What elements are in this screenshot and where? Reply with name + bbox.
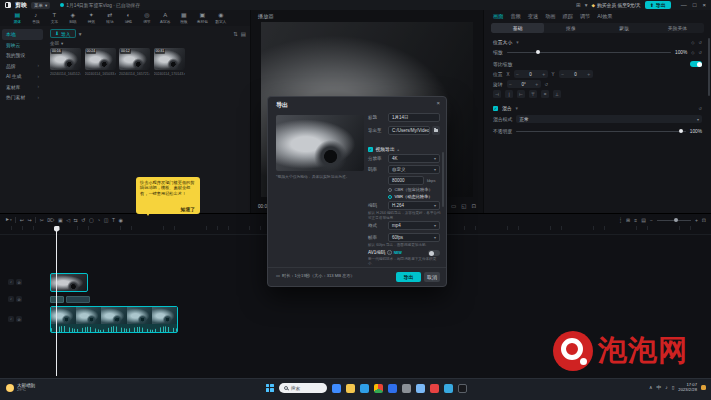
delete-tool[interactable]: ⌦ (47, 218, 54, 223)
task-view-icon[interactable] (332, 384, 341, 393)
browse-folder-button[interactable] (432, 126, 440, 135)
mute-track-icon[interactable]: ♪ (8, 279, 14, 285)
align-icon-0[interactable]: ⊣ (493, 90, 501, 98)
vip-banner[interactable]: ◆购买会员 低至9元/天 (591, 2, 640, 8)
video-export-checkbox[interactable]: ✓ (368, 147, 373, 152)
export-cancel-button[interactable]: 取消 (424, 272, 440, 282)
tray-chevron-icon[interactable]: ∧ (649, 385, 653, 390)
media-nav-item-2[interactable]: 我的预设 (2, 50, 43, 61)
position-y-stepper[interactable]: −0+ (559, 70, 593, 78)
inspector-subtab-3[interactable]: 美颜美体 (651, 23, 704, 33)
start-button[interactable] (266, 384, 274, 392)
ribbon-tab-2[interactable]: T文本 (45, 12, 64, 24)
scale-slider[interactable] (507, 52, 671, 53)
inspector-tab-1[interactable]: 音频 (510, 13, 520, 20)
ribbon-tab-10[interactable]: ▣素材包 (193, 12, 212, 24)
preview-axis-toggle[interactable]: ┊ (619, 218, 622, 223)
text-clip[interactable] (50, 296, 64, 303)
inspector-tab-2[interactable]: 变速 (528, 13, 538, 20)
import-button[interactable]: ⬇导入 (50, 29, 76, 38)
resolution-select[interactable]: 4K▾ (388, 154, 440, 163)
fit-timeline-button[interactable]: ⊡ (702, 218, 706, 223)
inspector-tab-4[interactable]: 跟踪 (563, 13, 573, 20)
mute-track-icon[interactable]: ♪ (8, 316, 14, 322)
mute-track-icon[interactable]: ♪ (8, 296, 14, 302)
reset-icon[interactable]: ↺ (698, 106, 702, 111)
fps-select[interactable]: 60fps▾ (388, 233, 440, 242)
volume-icon[interactable]: ♪ (665, 385, 667, 390)
align-icon-5[interactable]: ⊥ (553, 90, 561, 98)
snap-toggle[interactable]: ⊞ (626, 218, 630, 223)
media-nav-item-6[interactable]: 热门素材› (2, 92, 43, 103)
reverse-tool[interactable]: ◁ (66, 218, 70, 223)
export-path-input[interactable]: C:/Users/My/Videos/... (388, 126, 430, 135)
quality-icon[interactable]: ▭ (451, 203, 456, 209)
dialog-scrollbar[interactable] (442, 152, 444, 207)
fullscreen-icon[interactable]: ⊡ (471, 203, 476, 209)
mirror-tool[interactable]: ⇆ (74, 218, 78, 223)
taskbar-clock[interactable]: 17:07 2023/2/28 (678, 382, 697, 393)
edge-browser-icon[interactable] (360, 384, 369, 393)
weather-widget[interactable]: 大部晴朗29°C (6, 383, 35, 393)
chrome-browser-icon[interactable] (374, 384, 383, 393)
vbr-radio[interactable]: VBR（动态比特率） (388, 194, 432, 199)
dialog-close-icon[interactable]: × (436, 100, 440, 106)
maximize-button[interactable]: □ (693, 2, 697, 8)
position-x-stepper[interactable]: −0+ (514, 70, 548, 78)
zoom-in-button[interactable]: + (695, 218, 698, 223)
capcut-icon[interactable] (458, 384, 467, 393)
inspector-tab-6[interactable]: AI效果 (597, 13, 612, 20)
ratio-icon[interactable]: ◱ (461, 203, 466, 209)
notification-badge[interactable] (701, 385, 706, 390)
blend-checkbox[interactable]: ✓ (493, 106, 498, 111)
sort-icon[interactable]: ⇅ (233, 31, 238, 37)
timeline-zoom-slider[interactable] (657, 220, 691, 221)
photos-icon[interactable] (416, 384, 425, 393)
dropdown-caret-icon[interactable]: ▾ (585, 2, 588, 8)
av1-toggle[interactable] (428, 250, 440, 256)
redo-button[interactable]: ↪ (27, 218, 31, 223)
close-button[interactable]: × (702, 2, 706, 8)
layout-icon[interactable]: ⊞ (576, 2, 581, 8)
speed-tool[interactable]: ◔ (97, 218, 100, 223)
crop-tool[interactable]: ▢ (89, 218, 94, 223)
codec-select[interactable]: H.264▾ (388, 201, 440, 210)
opacity-slider[interactable] (516, 131, 686, 132)
ribbon-tab-7[interactable]: ◎调节 (138, 12, 157, 24)
lock-track-icon[interactable]: ⊘ (16, 279, 22, 285)
file-explorer-icon[interactable] (346, 384, 355, 393)
lock-track-icon[interactable]: ⊘ (16, 296, 22, 302)
align-icon-2[interactable]: ⊢ (517, 90, 525, 98)
import-caret-icon[interactable]: ▾ (79, 31, 82, 37)
rotate-stepper[interactable]: −0°+ (507, 80, 541, 88)
export-top-button[interactable]: ⬆导出 (645, 1, 671, 9)
align-icon-3[interactable]: ⊤ (529, 90, 537, 98)
lock-track-icon[interactable]: ⊘ (16, 316, 22, 322)
ribbon-tab-4[interactable]: ✦特效 (82, 12, 101, 24)
split-tool[interactable]: ✂ (40, 218, 44, 223)
export-name-input[interactable]: 1月14日 (388, 113, 440, 122)
xiaohongshu-icon[interactable] (430, 384, 439, 393)
grid-view-icon[interactable]: ▤ (241, 31, 246, 37)
cbr-radio[interactable]: CBR（恒定比特率） (388, 187, 433, 192)
ribbon-tab-1[interactable]: ♪音频 (27, 12, 46, 24)
bitrate-value-input[interactable]: 80000 (388, 176, 424, 185)
text-clip[interactable] (66, 296, 90, 303)
inspector-subtab-2[interactable]: 蒙版 (598, 23, 651, 33)
align-icon-1[interactable]: ∣ (505, 90, 513, 98)
media-nav-item-3[interactable]: 品牌› (2, 61, 43, 72)
rotate-reset-icon[interactable]: ↺ (545, 82, 549, 87)
media-item-2[interactable]: 00:1220240114_165721.mp4 (119, 48, 150, 76)
media-item-1[interactable]: 00:2420240114_165033.mp4 (85, 48, 116, 76)
track-height-toggle[interactable]: ▤ (641, 218, 646, 223)
rotate-tool[interactable]: ↺ (81, 218, 85, 223)
text-tool[interactable]: T (112, 218, 115, 223)
blend-mode-dropdown[interactable]: 正常▾ (516, 115, 702, 123)
settings-icon[interactable] (402, 384, 411, 393)
ribbon-tab-5[interactable]: ⇄转场 (101, 12, 120, 24)
align-icon-4[interactable]: = (541, 90, 549, 98)
ribbon-tab-6[interactable]: ◐滤镜 (119, 12, 138, 24)
inspector-subtab-0[interactable]: 基础 (491, 23, 544, 33)
uniform-scale-toggle[interactable] (690, 61, 702, 67)
media-filter[interactable]: 全部 ▾ (46, 39, 250, 47)
